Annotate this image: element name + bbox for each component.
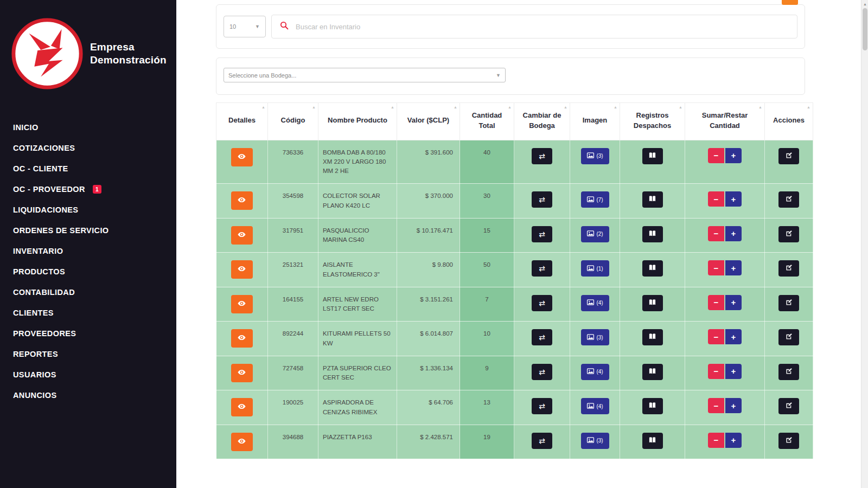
subtract-quantity-button[interactable]: − [708, 226, 724, 241]
search-input[interactable] [296, 23, 789, 31]
dispatch-records-button[interactable] [642, 191, 663, 208]
sidebar-menu-item[interactable]: CLIENTES [0, 303, 176, 323]
sidebar-menu-item[interactable]: INVENTARIO [0, 241, 176, 261]
dispatch-records-button[interactable] [642, 329, 663, 345]
change-warehouse-button[interactable]: ⇄ [532, 398, 552, 414]
images-button[interactable]: (7) [581, 191, 609, 208]
dispatch-records-button[interactable] [642, 260, 663, 277]
add-quantity-button[interactable]: + [725, 191, 742, 207]
add-quantity-button[interactable]: + [725, 295, 742, 310]
table-column-header[interactable]: ▲ Imagen [570, 103, 620, 140]
table-column-header[interactable]: ▲ Cambiar de Bodega [514, 103, 570, 140]
images-button[interactable]: (2) [581, 226, 609, 242]
edit-button[interactable] [778, 398, 799, 414]
subtract-quantity-button[interactable]: − [708, 148, 724, 163]
change-warehouse-button[interactable]: ⇄ [532, 148, 552, 164]
top-right-orange-button[interactable] [782, 0, 798, 5]
sidebar-menu-item[interactable]: REPORTES [0, 344, 176, 364]
sort-icon[interactable]: ▲ [614, 105, 617, 110]
add-quantity-button[interactable]: + [725, 260, 742, 275]
view-details-button[interactable] [231, 433, 253, 451]
table-column-header[interactable]: ▲ Sumar/Restar Cantidad [685, 103, 765, 140]
sidebar-menu-item[interactable]: ANUNCIOS [0, 385, 176, 406]
dispatch-records-button[interactable] [642, 364, 663, 380]
sort-icon[interactable]: ▲ [312, 105, 316, 110]
sidebar-menu-item[interactable]: PROVEEDORES [0, 323, 176, 344]
subtract-quantity-button[interactable]: − [708, 260, 724, 275]
add-quantity-button[interactable]: + [725, 226, 742, 241]
images-button[interactable]: (3) [581, 433, 609, 449]
add-quantity-button[interactable]: + [725, 433, 742, 448]
subtract-quantity-button[interactable]: − [708, 364, 724, 379]
scrollbar-up-arrow-icon[interactable]: ▲ [861, 0, 868, 8]
change-warehouse-button[interactable]: ⇄ [532, 433, 552, 449]
edit-button[interactable] [778, 433, 799, 449]
images-button[interactable]: (3) [581, 148, 609, 164]
edit-button[interactable] [778, 260, 799, 277]
images-button[interactable]: (4) [581, 398, 609, 414]
dispatch-records-button[interactable] [642, 148, 663, 164]
sort-icon[interactable]: ▲ [564, 105, 567, 110]
edit-button[interactable] [778, 329, 799, 345]
sort-icon[interactable]: ▲ [391, 105, 394, 110]
table-column-header[interactable]: ▲ Código [268, 103, 318, 140]
table-column-header[interactable]: ▲ Valor ($CLP) [397, 103, 460, 140]
sidebar-menu-item[interactable]: PRODUCTOS [0, 261, 176, 282]
change-warehouse-button[interactable]: ⇄ [532, 329, 552, 345]
subtract-quantity-button[interactable]: − [708, 398, 724, 413]
sidebar-menu-item[interactable]: CONTABILIDAD [0, 282, 176, 303]
sidebar-menu-item[interactable]: INICIO [0, 117, 176, 138]
sort-icon[interactable]: ▲ [454, 105, 457, 110]
sidebar-menu-item[interactable]: OC - CLIENTE [0, 158, 176, 179]
view-details-button[interactable] [231, 364, 253, 382]
view-details-button[interactable] [231, 191, 253, 210]
images-button[interactable]: (3) [581, 329, 609, 345]
view-details-button[interactable] [231, 398, 253, 416]
sidebar-menu-item[interactable]: LIQUIDACIONES [0, 200, 176, 220]
sort-icon[interactable]: ▲ [679, 105, 682, 110]
sort-icon[interactable]: ▲ [758, 105, 762, 110]
add-quantity-button[interactable]: + [725, 398, 742, 413]
view-details-button[interactable] [231, 148, 253, 166]
sidebar-menu-item[interactable]: COTIZACIONES [0, 138, 176, 158]
sort-icon[interactable]: ▲ [807, 105, 810, 110]
table-column-header[interactable]: ▲ Nombre Producto [318, 103, 397, 140]
images-button[interactable]: (4) [581, 364, 609, 380]
view-details-button[interactable] [231, 295, 253, 313]
view-details-button[interactable] [231, 226, 253, 245]
table-column-header[interactable]: ▲ Acciones [765, 103, 813, 140]
view-details-button[interactable] [231, 260, 253, 279]
edit-button[interactable] [778, 364, 799, 380]
images-button[interactable]: (4) [581, 295, 609, 311]
sidebar-menu-item[interactable]: ORDENES DE SERVICIO [0, 220, 176, 241]
subtract-quantity-button[interactable]: − [708, 191, 724, 207]
sort-icon[interactable]: ▲ [508, 105, 512, 110]
table-column-header[interactable]: ▲ Registros Despachos [620, 103, 685, 140]
add-quantity-button[interactable]: + [725, 364, 742, 379]
change-warehouse-button[interactable]: ⇄ [532, 191, 552, 208]
dispatch-records-button[interactable] [642, 295, 663, 311]
table-column-header[interactable]: ▲ Cantidad Total [460, 103, 514, 140]
subtract-quantity-button[interactable]: − [708, 433, 724, 448]
bodega-select[interactable]: Seleccione una Bodega... ▼ [224, 68, 506, 82]
change-warehouse-button[interactable]: ⇄ [532, 364, 552, 380]
edit-button[interactable] [778, 148, 799, 164]
edit-button[interactable] [778, 226, 799, 242]
change-warehouse-button[interactable]: ⇄ [532, 260, 552, 277]
sidebar-menu-item[interactable]: USUARIOS [0, 364, 176, 385]
table-column-header[interactable]: ▲ Detalles [216, 103, 268, 140]
add-quantity-button[interactable]: + [725, 329, 742, 344]
edit-button[interactable] [778, 295, 799, 311]
add-quantity-button[interactable]: + [725, 148, 742, 163]
edit-button[interactable] [778, 191, 799, 208]
sidebar-menu-item[interactable]: OC - PROVEEDOR 1 [0, 179, 176, 200]
dispatch-records-button[interactable] [642, 226, 663, 242]
vertical-scrollbar[interactable]: ▲ [861, 0, 868, 488]
dispatch-records-button[interactable] [642, 433, 663, 449]
scrollbar-thumb[interactable] [863, 8, 867, 50]
change-warehouse-button[interactable]: ⇄ [532, 226, 552, 242]
change-warehouse-button[interactable]: ⇄ [532, 295, 552, 311]
subtract-quantity-button[interactable]: − [708, 329, 724, 344]
sort-icon[interactable]: ▲ [261, 105, 265, 110]
dispatch-records-button[interactable] [642, 398, 663, 414]
